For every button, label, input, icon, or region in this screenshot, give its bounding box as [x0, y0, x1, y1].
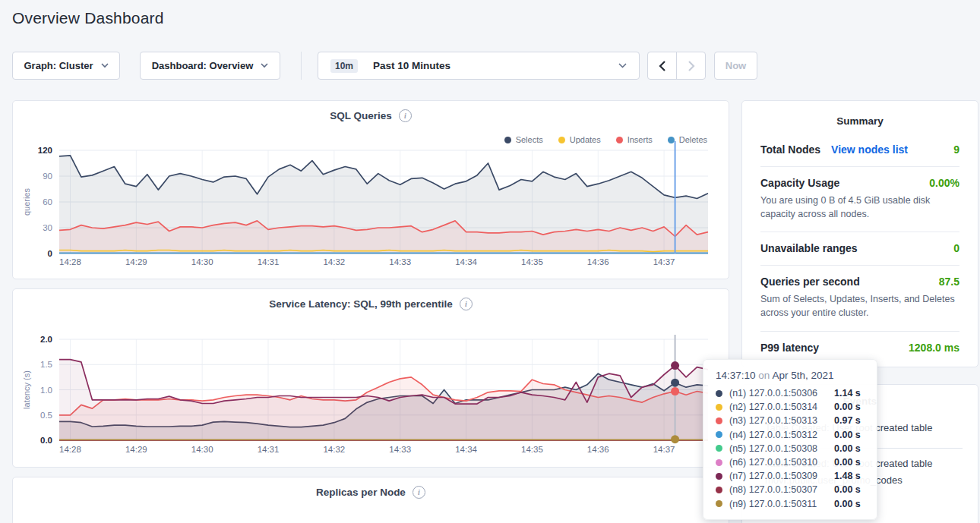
legend-item-inserts[interactable]: Inserts: [616, 135, 653, 144]
summary-item-row: Capacity Usage0.00%: [760, 177, 959, 189]
time-pager: [647, 52, 706, 80]
tooltip-node-value: 1.48 s: [834, 471, 861, 481]
tooltip-row: (n7) 127.0.0.1:503091.48 s: [716, 469, 866, 483]
now-button[interactable]: Now: [714, 52, 757, 80]
svg-text:14:33: 14:33: [389, 445, 411, 454]
summary-item-row: Unavailable ranges0: [760, 242, 959, 254]
svg-text:0: 0: [48, 249, 52, 258]
legend-label: Deletes: [679, 135, 707, 144]
tooltip-node-label: (n3) 127.0.0.1:50313: [729, 415, 834, 426]
legend-label: Updates: [570, 135, 601, 144]
tooltip-row: (n9) 127.0.0.1:503110.00 s: [716, 497, 866, 511]
summary-item-value: 9: [953, 143, 959, 156]
svg-text:1.0: 1.0: [40, 386, 52, 395]
svg-text:14:37: 14:37: [653, 445, 675, 454]
info-icon[interactable]: i: [399, 109, 412, 122]
tooltip-node-label: (n6) 127.0.0.1:50310: [729, 457, 834, 468]
svg-text:queries: queries: [22, 187, 31, 216]
tooltip-node-value: 1.14 s: [834, 388, 861, 399]
series-dot-icon: [716, 459, 722, 466]
time-range-badge: 10m: [330, 59, 358, 73]
svg-text:14:28: 14:28: [59, 445, 81, 454]
info-icon[interactable]: i: [413, 486, 425, 499]
summary-item: Unavailable ranges0: [760, 232, 959, 265]
summary-item: Total NodesView nodes list9: [760, 134, 959, 166]
summary-item-label: P99 latency: [760, 342, 819, 354]
chart-title: Service Latency: SQL, 99th percentile i: [13, 298, 729, 310]
summary-item-desc: Sum of Selects, Updates, Inserts, and De…: [760, 292, 959, 320]
svg-text:14:36: 14:36: [587, 445, 609, 454]
graph-dropdown[interactable]: Graph: Cluster: [12, 52, 120, 80]
chart-legend: SelectsUpdatesInsertsDeletes: [504, 135, 707, 144]
summary-item-value: 1208.0 ms: [909, 342, 959, 354]
tooltip-node-label: (n1) 127.0.0.1:50306: [729, 388, 834, 399]
chart-title: Replicas per Node i: [13, 486, 729, 499]
tooltip-node-label: (n5) 127.0.0.1:50308: [729, 443, 834, 454]
tooltip-node-value: 0.97 s: [834, 415, 861, 426]
summary-item-label: Unavailable ranges: [760, 242, 858, 254]
series-dot-icon: [716, 500, 722, 507]
info-icon[interactable]: i: [460, 298, 473, 310]
legend-dot-icon: [616, 137, 623, 143]
tooltip-title: 14:37:10 on Apr 5th, 2021: [716, 370, 866, 381]
service-latency-chart[interactable]: 14:2814:2914:3014:3114:3214:3314:3414:35…: [13, 289, 729, 467]
summary-item: Queries per second87.5Sum of Selects, Up…: [760, 265, 959, 330]
view-nodes-list-link[interactable]: View nodes list: [831, 143, 908, 156]
tooltip-row: (n8) 127.0.0.1:503070.00 s: [716, 483, 866, 496]
summary-item-row: P99 latency1208.0 ms: [760, 342, 959, 354]
series-dot-icon: [716, 473, 722, 480]
chevron-down-icon: [101, 63, 109, 68]
legend-item-selects[interactable]: Selects: [504, 135, 543, 144]
svg-text:14:33: 14:33: [389, 257, 411, 266]
summary-item-row: Total NodesView nodes list9: [760, 143, 959, 156]
legend-dot-icon: [558, 137, 565, 143]
time-range-label: Past 10 Minutes: [373, 60, 450, 71]
legend-label: Inserts: [628, 135, 653, 144]
tooltip-row: (n5) 127.0.0.1:503080.00 s: [716, 442, 866, 455]
svg-text:14:36: 14:36: [587, 257, 609, 266]
time-range-selector[interactable]: 10m Past 10 Minutes: [318, 52, 640, 80]
next-range-button[interactable]: [677, 52, 705, 79]
series-dot-icon: [716, 487, 722, 493]
chart-title-text: Service Latency: SQL, 99th percentile: [269, 298, 453, 310]
summary-item-value: 0.00%: [929, 177, 959, 189]
series-dot-icon: [716, 445, 722, 452]
svg-text:14:34: 14:34: [455, 445, 477, 454]
svg-text:14:35: 14:35: [521, 257, 543, 266]
chevron-down-icon: [261, 63, 268, 68]
legend-label: Selects: [516, 135, 543, 144]
chevron-left-icon: [659, 61, 666, 71]
legend-item-updates[interactable]: Updates: [558, 135, 601, 144]
svg-text:120: 120: [38, 146, 52, 155]
svg-text:14:31: 14:31: [258, 257, 280, 266]
tooltip-node-label: (n9) 127.0.0.1:50311: [729, 499, 834, 509]
tooltip-row: (n6) 127.0.0.1:503100.00 s: [716, 455, 866, 469]
legend-item-deletes[interactable]: Deletes: [668, 135, 707, 144]
sql-queries-chart[interactable]: 14:2814:2914:3014:3114:3214:3314:3414:35…: [13, 101, 729, 279]
chart-title-text: Replicas per Node: [316, 487, 406, 498]
replicas-per-node-panel: Replicas per Node i: [12, 477, 729, 523]
svg-text:1.5: 1.5: [40, 360, 52, 369]
tooltip-node-label: (n4) 127.0.0.1:50312: [729, 430, 834, 440]
tooltip-node-value: 0.00 s: [834, 457, 861, 468]
tooltip-date: Apr 5th, 2021: [772, 370, 833, 381]
svg-text:14:29: 14:29: [125, 445, 147, 454]
dashboard-dropdown[interactable]: Dashboard: Overview: [140, 52, 280, 80]
svg-text:14:34: 14:34: [455, 257, 477, 266]
svg-text:14:30: 14:30: [191, 257, 213, 266]
summary-items: Total NodesView nodes list9Capacity Usag…: [742, 134, 978, 364]
prev-range-button[interactable]: [648, 52, 677, 79]
series-dot-icon: [716, 404, 722, 411]
tooltip-rows: (n1) 127.0.0.1:503061.14 s(n2) 127.0.0.1…: [716, 386, 866, 511]
tooltip-time: 14:37:10: [716, 370, 756, 381]
page-title: Overview Dashboard: [12, 9, 164, 27]
tooltip-sep: on: [758, 370, 770, 381]
series-dot-icon: [716, 431, 722, 438]
svg-text:14:30: 14:30: [191, 445, 213, 454]
chart-title: SQL Queries i: [13, 109, 729, 122]
now-button-label: Now: [726, 60, 746, 71]
tooltip-row: (n4) 127.0.0.1:503120.00 s: [716, 428, 866, 442]
tooltip-node-value: 0.00 s: [834, 430, 861, 440]
chevron-down-icon: [618, 63, 627, 68]
summary-item-desc: You are using 0 B of 4.5 GiB usable disk…: [760, 194, 959, 221]
